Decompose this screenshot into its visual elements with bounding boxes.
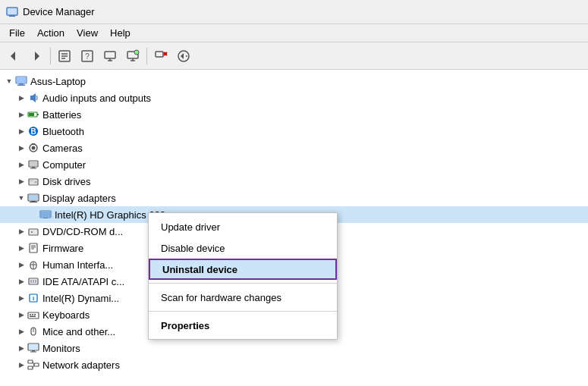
expander-mice: ▶ (15, 325, 27, 337)
tree-item-batteries[interactable]: ▶ Batteries (0, 106, 588, 123)
ide-icon (27, 275, 39, 287)
main-content: ▼ Asus-Laptop ▶ Audio inputs and out (0, 70, 588, 386)
bluetooth-icon: B (27, 125, 39, 137)
context-uninstall-device[interactable]: Uninstall device (149, 259, 337, 280)
svg-point-43 (35, 181, 37, 184)
svg-rect-36 (32, 143, 35, 145)
tree-item-bluetooth[interactable]: ▶ B Bluetooth (0, 123, 588, 140)
svg-rect-26 (19, 83, 24, 85)
tree-item-computer[interactable]: ▶ Computer (0, 156, 588, 173)
update-driver-button[interactable]: ? (77, 46, 98, 67)
dvd-icon (27, 225, 39, 237)
svg-rect-50 (41, 212, 50, 217)
scan-button[interactable] (122, 46, 143, 67)
menu-help[interactable]: Help (104, 26, 137, 40)
svg-rect-46 (29, 195, 38, 200)
mouse-icon (27, 325, 39, 337)
expander-monitors: ▶ (15, 342, 27, 354)
tree-label-dvd: DVD/CD-ROM d... (42, 226, 123, 237)
svg-rect-31 (37, 114, 39, 115)
svg-rect-48 (30, 202, 37, 202)
svg-rect-38 (30, 162, 37, 166)
tree-label-cameras: Cameras (42, 143, 83, 154)
tree-item-cameras[interactable]: ▶ Cameras (0, 140, 588, 156)
app-icon (6, 6, 18, 18)
svg-text:i: i (33, 295, 34, 302)
tree-item-monitors[interactable]: ▶ Monitors (0, 340, 588, 356)
tree-item-display[interactable]: ▼ Display adapters (0, 190, 588, 206)
tree-label-monitors: Monitors (42, 343, 80, 354)
back-button[interactable] (3, 46, 24, 67)
context-disable-device-label: Disable device (161, 243, 225, 254)
menu-view[interactable]: View (71, 26, 104, 40)
svg-rect-2 (8, 8, 17, 14)
forward-button[interactable] (26, 46, 47, 67)
svg-rect-69 (28, 312, 39, 319)
disk-icon (27, 175, 39, 187)
context-uninstall-device-label: Uninstall device (162, 264, 237, 275)
svg-point-35 (32, 146, 36, 150)
rollback-button[interactable] (173, 46, 194, 67)
context-properties-label: Properties (161, 320, 209, 331)
context-scan-hardware-label: Scan for hardware changes (161, 292, 281, 303)
display-icon (27, 192, 39, 204)
app-title: Device Manager (23, 6, 95, 17)
toolbar-sep-1 (50, 48, 51, 64)
toolbar-sep-2 (146, 48, 147, 64)
tree-item-disk[interactable]: ▶ Disk drives (0, 173, 588, 190)
svg-rect-82 (34, 363, 39, 366)
tree-label-display: Display adapters (42, 193, 116, 204)
tree-label-laptop: Asus-Laptop (30, 76, 86, 87)
tree-label-mice: Mice and other... (42, 326, 115, 337)
svg-text:B: B (30, 127, 36, 136)
monitor-icon (27, 342, 39, 354)
expander-computer: ▶ (15, 158, 27, 171)
expander-batteries: ▶ (15, 108, 27, 121)
svg-rect-80 (28, 360, 33, 363)
tree-label-firmware: Firmware (42, 243, 83, 254)
battery-icon (27, 108, 39, 121)
tree-label-ide: IDE ATA/ATAPI c... (42, 276, 124, 287)
svg-rect-11 (105, 52, 115, 58)
tree-label-intel-dynamic: Intel(R) Dynami... (42, 293, 119, 304)
svg-rect-39 (32, 167, 35, 168)
expander-network: ▶ (15, 359, 27, 371)
firmware-icon (27, 242, 39, 254)
context-disable-device[interactable]: Disable device (149, 237, 337, 259)
remove-device-button[interactable] (150, 46, 171, 67)
monitor-button[interactable] (99, 46, 121, 67)
context-sep-2 (149, 311, 337, 312)
tree-item-laptop[interactable]: ▼ Asus-Laptop (0, 73, 588, 89)
context-update-driver[interactable]: Update driver (149, 216, 337, 237)
expander-laptop: ▼ (3, 75, 15, 87)
properties-button[interactable] (54, 46, 75, 67)
svg-marker-22 (181, 53, 184, 59)
hid-icon (27, 259, 39, 271)
menu-action[interactable]: Action (31, 26, 71, 40)
svg-rect-44 (30, 180, 33, 181)
svg-rect-27 (17, 85, 25, 86)
computer-icon (15, 75, 27, 87)
context-properties[interactable]: Properties (149, 315, 337, 336)
svg-rect-72 (34, 314, 36, 315)
expander-ide: ▶ (15, 275, 27, 287)
expander-human: ▶ (15, 259, 27, 271)
svg-rect-78 (32, 350, 35, 352)
context-scan-hardware[interactable]: Scan for hardware changes (149, 287, 337, 308)
tree-item-network[interactable]: ▶ Network adapters (0, 356, 588, 373)
svg-marker-28 (30, 93, 36, 102)
svg-rect-18 (156, 52, 163, 57)
display2-icon (39, 209, 52, 221)
network-icon (27, 359, 39, 371)
svg-rect-53 (30, 230, 37, 234)
tree-label-human: Human Interfa... (42, 259, 113, 271)
tree-label-keyboards: Keyboards (42, 309, 90, 321)
menu-file[interactable]: File (3, 26, 31, 40)
tree-label-bluetooth: Bluetooth (42, 126, 84, 137)
tree-label-disk: Disk drives (42, 176, 91, 187)
context-sep-1 (149, 283, 337, 284)
svg-marker-3 (11, 52, 15, 61)
expander-keyboards: ▶ (15, 309, 27, 321)
svg-rect-40 (30, 168, 36, 169)
tree-item-audio[interactable]: ▶ Audio inputs and outputs (0, 89, 588, 106)
